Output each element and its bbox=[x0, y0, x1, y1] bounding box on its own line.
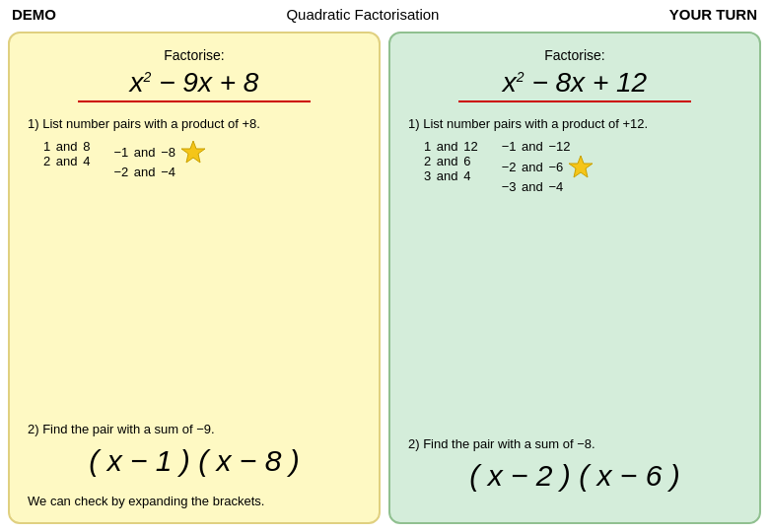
left-pair-3-a: −1 bbox=[113, 145, 128, 160]
right-pair-5-and: and bbox=[518, 160, 546, 174]
right-equation-underline bbox=[458, 100, 692, 102]
left-factorise-label: Factorise: bbox=[28, 47, 361, 63]
right-pair-1-a: 1 bbox=[424, 139, 431, 154]
right-pair-5-a: −2 bbox=[502, 160, 517, 174]
left-step2-text: 2) Find the pair with a sum of −9. bbox=[28, 422, 361, 436]
left-pair-3-and: and bbox=[130, 145, 159, 160]
left-pairs-col2: −1 and −8 −2 and −4 bbox=[113, 139, 206, 179]
your-turn-label: YOUR TURN bbox=[669, 6, 757, 23]
left-step1-text: 1) List number pairs with a product of +… bbox=[28, 116, 361, 131]
left-pair-2-a: 2 bbox=[43, 154, 50, 168]
left-equation: x2 − 9x + 8 bbox=[28, 67, 361, 112]
right-equation-text: x2 − 8x + 12 bbox=[503, 67, 647, 98]
right-pair-2-a: 2 bbox=[424, 154, 431, 168]
left-equation-text: x2 − 9x + 8 bbox=[130, 67, 259, 98]
right-pair-1-and: and bbox=[433, 139, 461, 154]
left-pair-4: −2 and −4 bbox=[113, 165, 206, 179]
right-pair-2: 2 and 6 bbox=[424, 154, 478, 168]
left-pair-4-a: −2 bbox=[113, 165, 128, 179]
right-pair-4-and: and bbox=[518, 139, 546, 154]
demo-panel: Factorise: x2 − 9x + 8 1) List number pa… bbox=[8, 32, 381, 524]
right-pair-2-and: and bbox=[433, 154, 461, 168]
left-star-icon bbox=[180, 139, 206, 165]
left-factored-form: ( x − 1 ) ( x − 8 ) bbox=[28, 444, 361, 478]
right-pair-4: −1 and −12 bbox=[502, 139, 594, 154]
left-pair-1-and: and bbox=[52, 139, 81, 154]
right-step2-text: 2) Find the pair with a sum of −8. bbox=[408, 436, 741, 451]
left-pair-1-b: 8 bbox=[83, 139, 90, 154]
left-pairs: 1 and 8 2 and 4 −1 and −8 bbox=[43, 139, 361, 179]
left-pair-3: −1 and −8 bbox=[113, 139, 206, 165]
left-check-text: We can check by expanding the brackets. bbox=[28, 494, 361, 508]
left-pair-2-b: 4 bbox=[83, 154, 90, 168]
page-title: Quadratic Factorisation bbox=[286, 6, 439, 23]
left-pair-2-and: and bbox=[52, 154, 81, 168]
right-factored-form: ( x − 2 ) ( x − 6 ) bbox=[408, 459, 741, 493]
right-factorise-label: Factorise: bbox=[408, 47, 741, 63]
left-pair-4-and: and bbox=[130, 165, 159, 179]
left-equation-underline bbox=[78, 100, 312, 102]
right-equation: x2 − 8x + 12 bbox=[408, 67, 741, 112]
right-pair-5-b: −6 bbox=[548, 160, 563, 174]
right-pair-3: 3 and 4 bbox=[424, 168, 478, 183]
left-pairs-col1: 1 and 8 2 and 4 bbox=[43, 139, 90, 179]
right-pair-5: −2 and −6 bbox=[502, 154, 594, 179]
right-pair-6-and: and bbox=[518, 179, 546, 194]
right-pair-3-a: 3 bbox=[424, 168, 431, 183]
right-pair-2-b: 6 bbox=[463, 154, 470, 168]
header: DEMO Quadratic Factorisation YOUR TURN bbox=[0, 0, 769, 28]
right-star-icon bbox=[568, 154, 594, 179]
main-content: Factorise: x2 − 9x + 8 1) List number pa… bbox=[0, 28, 769, 532]
left-pair-1: 1 and 8 bbox=[43, 139, 90, 154]
right-pairs-col2: −1 and −12 −2 and −6 −3 and −4 bbox=[502, 139, 594, 194]
demo-label: DEMO bbox=[12, 6, 56, 23]
left-pair-1-a: 1 bbox=[43, 139, 50, 154]
right-pair-1-b: 12 bbox=[463, 139, 477, 154]
left-pair-4-b: −4 bbox=[161, 165, 175, 179]
left-pair-2: 2 and 4 bbox=[43, 154, 90, 168]
your-turn-panel: Factorise: x2 − 8x + 12 1) List number p… bbox=[388, 32, 761, 524]
right-pair-3-and: and bbox=[433, 168, 461, 183]
svg-marker-1 bbox=[569, 156, 593, 177]
right-pairs: 1 and 12 2 and 6 3 and 4 −1 bbox=[424, 139, 741, 194]
right-pair-4-b: −12 bbox=[548, 139, 570, 154]
right-pair-6-b: −4 bbox=[548, 179, 563, 194]
right-step1-text: 1) List number pairs with a product of +… bbox=[408, 116, 741, 131]
right-pair-6: −3 and −4 bbox=[502, 179, 594, 194]
right-pair-6-a: −3 bbox=[502, 179, 517, 194]
right-pair-3-b: 4 bbox=[463, 168, 470, 183]
svg-marker-0 bbox=[181, 141, 205, 163]
right-pair-1: 1 and 12 bbox=[424, 139, 478, 154]
left-pair-3-b: −8 bbox=[161, 145, 175, 160]
right-pair-4-a: −1 bbox=[502, 139, 517, 154]
right-pairs-col1: 1 and 12 2 and 6 3 and 4 bbox=[424, 139, 478, 194]
